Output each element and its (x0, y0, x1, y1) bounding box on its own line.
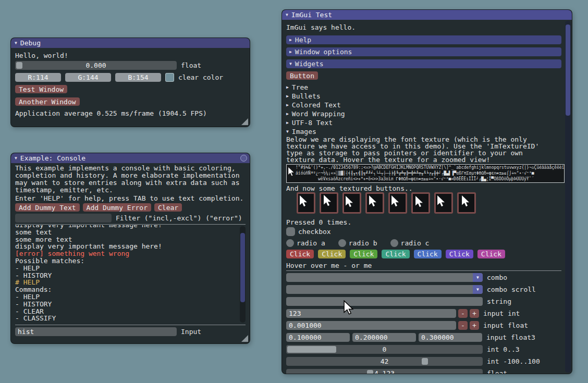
tree-node-colored-text[interactable]: ▶ Colored Text (286, 101, 561, 109)
collapse-arrow-icon[interactable]: ▼ (15, 156, 17, 160)
click-button-6[interactable]: Click (446, 250, 473, 258)
log-scrollbar[interactable] (240, 226, 246, 323)
increment-button[interactable]: + (470, 321, 479, 330)
decrement-button[interactable]: - (458, 321, 468, 330)
image-button[interactable] (457, 192, 476, 214)
test-window-button[interactable]: Test Window (15, 85, 67, 93)
collapse-arrow-icon[interactable]: ▼ (15, 41, 17, 45)
console-command-input[interactable]: hist (15, 327, 177, 336)
color-r-drag[interactable]: R:114 (15, 73, 61, 82)
click-button-1[interactable]: Click (286, 250, 314, 258)
cursor-arrow-icon (369, 195, 377, 207)
combo-select[interactable]: bbbb ▼ (286, 273, 483, 282)
console-titlebar[interactable]: ▼ Example: Console (11, 153, 250, 163)
tree-node-word-wrapping[interactable]: ▶ Word Wrapping (286, 109, 561, 118)
checkbox-label: checkbox (298, 228, 331, 236)
tree-node-label: UTF-8 Text (292, 119, 333, 127)
tree-node-images[interactable]: ▼ Images (286, 127, 561, 136)
header-help[interactable]: ▶ Help (286, 35, 561, 44)
combo-arrow-button[interactable]: ▼ (473, 285, 483, 294)
font-texture-image[interactable]: !"#$%&'()*+,-./0123456789:;<=>?@ABCDEFGH… (286, 164, 565, 183)
image-button[interactable] (342, 192, 361, 214)
tree-node-label: Colored Text (292, 101, 341, 109)
hover-text[interactable]: Hover over me - or me (286, 262, 561, 269)
chevron-down-icon: ▼ (476, 285, 479, 294)
float-slider-row[interactable]: 4.123 (286, 369, 483, 374)
increment-button[interactable]: + (470, 309, 479, 318)
imgui-test-titlebar[interactable]: ▼ ImGui Test (282, 10, 572, 20)
click-button-3[interactable]: Click (350, 250, 377, 258)
radio-b[interactable] (338, 239, 346, 247)
color-g-drag[interactable]: G:144 (65, 73, 111, 82)
float-input[interactable]: 0.001000 (286, 321, 456, 330)
imgui-hello-text: ImGui says hello. (286, 23, 561, 31)
window-scrollbar-grab[interactable] (566, 24, 570, 116)
resize-grip[interactable] (241, 335, 248, 342)
string-text-input[interactable]: Hello, world! (286, 297, 483, 306)
chevron-down-icon: ▼ (476, 273, 479, 282)
image-button[interactable] (388, 192, 407, 214)
add-dummy-text-button[interactable]: Add Dummy Text (15, 203, 80, 212)
console-log-region[interactable]: display very important message here! som… (15, 225, 246, 324)
click-button-7[interactable]: Click (477, 250, 505, 258)
color-b-drag[interactable]: B:154 (115, 73, 161, 82)
cursor-arrow-icon (437, 195, 446, 207)
log-scrollbar-grab[interactable] (240, 233, 245, 302)
image-button[interactable] (411, 192, 430, 214)
log-line: - HISTORY (15, 272, 246, 279)
intro-line: This example implements a console with b… (15, 165, 246, 172)
fps-stats-text: Application average 0.525 ms/frame (1904… (15, 109, 246, 117)
log-line: some more text (15, 236, 246, 243)
decrement-button[interactable]: - (458, 309, 468, 318)
image-button[interactable] (434, 192, 453, 214)
image-button[interactable] (365, 192, 384, 214)
tree-node-bullets[interactable]: ▶ Bullets (286, 92, 561, 101)
image-button[interactable] (297, 192, 315, 214)
header-window-options[interactable]: ▶ Window options (286, 47, 561, 56)
log-line: display very important message here! (15, 243, 246, 250)
tree-node-utf8-text[interactable]: ▶ UTF-8 Text (286, 118, 561, 127)
slider-value: 42 (286, 357, 483, 366)
log-line: - CLEAR (15, 308, 246, 315)
int-slider-0-3[interactable]: 0 (286, 345, 483, 354)
debug-window-title: Debug (20, 39, 41, 47)
close-icon[interactable] (240, 155, 247, 162)
header-widgets[interactable]: ▼ Widgets (286, 59, 561, 68)
button-widget[interactable]: Button (286, 71, 318, 80)
clear-button[interactable]: Clear (154, 203, 182, 212)
tree-node-label: Word Wrapping (292, 110, 345, 118)
images-text-line: texture data. Hover the texture for a zo… (286, 156, 561, 163)
another-window-button[interactable]: Another Window (15, 97, 80, 106)
combo-scroll-select[interactable]: ▼ (286, 285, 483, 294)
float-input-label: input float (483, 322, 528, 329)
filter-input[interactable] (15, 214, 112, 223)
cursor-arrow-icon (415, 195, 424, 208)
click-button-4[interactable]: Click (382, 250, 409, 258)
radio-c[interactable] (390, 239, 398, 247)
log-line: some text (15, 229, 246, 236)
radio-a[interactable] (286, 239, 294, 247)
chevron-right-icon: ▶ (286, 94, 289, 98)
float3-input-y[interactable]: 0.200000 (352, 333, 416, 342)
click-button-2[interactable]: Click (318, 250, 346, 258)
clear-color-swatch[interactable] (165, 73, 174, 82)
log-line: Possible matches: (15, 257, 246, 265)
add-dummy-error-button[interactable]: Add Dummy Error (83, 203, 151, 212)
console-help-text: Enter 'HELP' for help, press TAB to use … (15, 194, 246, 202)
int-slider-neg100-100[interactable]: 42 (286, 357, 483, 366)
image-button[interactable] (320, 192, 338, 214)
combo-arrow-button[interactable]: ▼ (473, 273, 483, 282)
tree-node-tree[interactable]: ▶ Tree (286, 83, 561, 92)
chevron-right-icon: ▶ (286, 112, 289, 116)
click-button-5[interactable]: Click (414, 250, 442, 258)
mouse-cursor-icon (344, 300, 354, 315)
window-scrollbar[interactable] (565, 21, 571, 373)
float-slider[interactable]: 0.000 (15, 61, 177, 70)
checkbox[interactable] (286, 227, 295, 236)
float3-input-x[interactable]: 0.100000 (286, 333, 350, 342)
resize-grip[interactable] (241, 118, 248, 125)
float3-input-z[interactable]: 0.300000 (419, 333, 482, 342)
collapse-arrow-icon[interactable]: ▼ (286, 13, 288, 17)
debug-titlebar[interactable]: ▼ Debug (11, 38, 250, 48)
int-input[interactable]: 123 (286, 309, 456, 318)
